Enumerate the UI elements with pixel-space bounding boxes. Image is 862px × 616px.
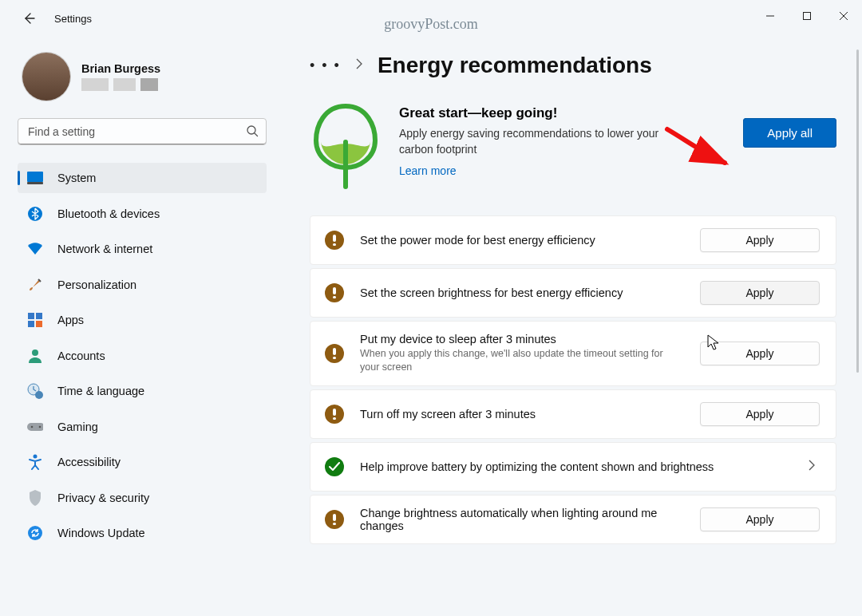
svg-point-15 [34,455,38,459]
sidebar-item-label: Bluetooth & devices [57,207,160,220]
search-input[interactable] [18,118,267,145]
sidebar-item-privacy[interactable]: Privacy & security [18,483,267,513]
sidebar-item-windows-update[interactable]: Windows Update [18,518,267,548]
sidebar-item-accessibility[interactable]: Accessibility [18,447,267,477]
attention-icon [325,344,344,363]
window-controls [752,0,862,32]
page-title: Energy recommendations [378,53,652,78]
svg-point-13 [31,425,34,428]
svg-rect-19 [333,243,336,246]
sidebar-item-gaming[interactable]: Gaming [18,412,267,442]
svg-point-9 [32,349,38,356]
hero-title: Great start—keep going! [399,105,726,121]
chevron-right-icon [355,58,363,73]
accessibility-icon [27,454,43,470]
svg-rect-18 [333,235,336,242]
sidebar-item-bluetooth[interactable]: Bluetooth & devices [18,199,267,229]
svg-point-1 [247,126,255,134]
svg-rect-21 [333,296,336,298]
main: • • • Energy recommendations Great start… [281,37,862,616]
nav: System Bluetooth & devices Network & int… [18,163,267,554]
attention-icon [325,231,344,250]
recommendation-card[interactable]: Help improve battery by optimizing the c… [310,442,836,492]
svg-rect-22 [333,348,336,355]
bluetooth-icon [27,206,43,222]
person-icon [27,348,43,364]
card-title: Change brightness automatically when lig… [360,507,684,532]
svg-rect-3 [27,182,43,184]
minimize-button[interactable] [752,0,789,32]
card-title: Put my device to sleep after 3 minutes [360,333,684,346]
close-button[interactable] [825,0,862,32]
title-bar: Settings groovyPost.com [0,0,862,37]
sidebar-item-label: Personalization [57,278,136,291]
svg-rect-27 [333,523,336,525]
sidebar-item-label: Windows Update [57,527,145,539]
wifi-icon [27,241,43,257]
svg-rect-0 [804,13,811,20]
apply-all-button[interactable]: Apply all [743,118,836,148]
sidebar-item-apps[interactable]: Apps [18,305,267,335]
watermark: groovyPost.com [384,16,478,33]
recommendation-list: Set the power mode for best energy effic… [310,215,836,544]
gamepad-icon [27,419,43,435]
sidebar-item-label: Privacy & security [57,492,149,504]
scrollbar[interactable] [854,49,859,606]
hero: Great start—keep going! Apply energy sav… [310,102,836,193]
apply-button[interactable]: Apply [700,402,820,426]
attention-icon [325,283,344,302]
svg-point-11 [35,391,43,399]
avatar [22,53,70,101]
maximize-button[interactable] [789,0,825,32]
svg-point-16 [28,526,42,540]
sidebar-item-label: Accounts [57,349,105,362]
leaf-icon [310,102,382,193]
user-block[interactable]: Brian Burgess [22,53,267,101]
apply-button[interactable]: Apply [700,507,820,531]
svg-rect-5 [28,313,34,319]
apply-button[interactable]: Apply [700,228,820,252]
svg-rect-7 [28,321,34,327]
svg-rect-8 [36,321,42,327]
sidebar-item-accounts[interactable]: Accounts [18,341,267,371]
breadcrumb-ellipsis[interactable]: • • • [310,57,341,74]
search-icon [246,124,259,140]
sidebar-item-label: Gaming [57,421,98,433]
svg-rect-23 [333,357,336,359]
scrollbar-thumb[interactable] [856,49,859,373]
hero-subtitle: Apply energy saving recommendations to l… [399,126,694,157]
recommendation-card: Set the power mode for best energy effic… [310,215,836,265]
clock-globe-icon [27,383,43,399]
chevron-right-icon [809,460,820,473]
svg-rect-25 [333,417,336,420]
card-title: Set the screen brightness for best energ… [360,286,684,299]
search-wrap [18,118,267,145]
sidebar-item-time-language[interactable]: Time & language [18,376,267,406]
shield-icon [27,490,43,506]
card-title: Set the power mode for best energy effic… [360,234,684,247]
apply-button[interactable]: Apply [700,281,820,305]
attention-icon [325,405,344,424]
update-icon [27,525,43,541]
sidebar-item-system[interactable]: System [18,163,267,193]
recommendation-card: Set the screen brightness for best energ… [310,268,836,318]
apps-icon [27,312,43,328]
sidebar-item-label: Time & language [57,385,144,397]
card-title: Turn off my screen after 3 minutes [360,408,684,421]
card-subtitle: When you apply this change, we'll also u… [360,347,663,374]
back-button[interactable] [19,9,38,28]
svg-rect-20 [333,287,336,294]
card-title: Help improve battery by optimizing the c… [360,460,793,473]
sidebar-item-network[interactable]: Network & internet [18,234,267,264]
app-title: Settings [54,13,92,25]
svg-rect-6 [36,313,42,319]
svg-point-14 [39,425,42,428]
breadcrumb: • • • Energy recommendations [310,53,862,78]
paintbrush-icon [27,277,43,293]
sidebar-item-personalization[interactable]: Personalization [18,270,267,300]
learn-more-link[interactable]: Learn more [399,164,457,177]
attention-icon [325,510,344,529]
sidebar-item-label: Network & internet [57,243,152,255]
apply-button[interactable]: Apply [700,342,820,365]
sidebar-item-label: Accessibility [57,456,121,468]
